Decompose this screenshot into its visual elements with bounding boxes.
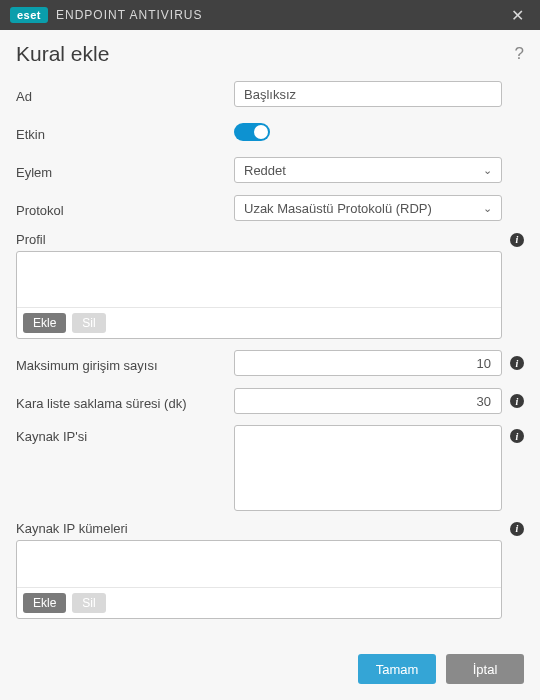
info-icon[interactable]: i xyxy=(510,356,524,370)
ipsets-remove-button: Sil xyxy=(72,593,105,613)
label-source-ip-sets: Kaynak IP kümeleri xyxy=(16,521,128,536)
form: Ad Etkin Eylem Reddet ⌄ xyxy=(16,80,524,634)
profile-add-button[interactable]: Ekle xyxy=(23,313,66,333)
ipsets-add-button[interactable]: Ekle xyxy=(23,593,66,613)
label-profile: Profil xyxy=(16,232,46,247)
chevron-down-icon: ⌄ xyxy=(483,164,492,177)
chevron-down-icon: ⌄ xyxy=(483,202,492,215)
enabled-toggle[interactable] xyxy=(234,123,270,141)
name-input[interactable] xyxy=(234,81,502,107)
label-action: Eylem xyxy=(16,161,234,180)
dialog-content: Kural ekle ? Ad Etkin Eylem xyxy=(0,30,540,700)
action-select-value: Reddet xyxy=(244,163,286,178)
dialog-footer: Tamam İptal xyxy=(16,634,524,684)
info-icon[interactable]: i xyxy=(510,394,524,408)
page-title: Kural ekle xyxy=(16,42,109,66)
toggle-knob xyxy=(254,125,268,139)
protocol-select-value: Uzak Masaüstü Protokolü (RDP) xyxy=(244,201,432,216)
profile-remove-button: Sil xyxy=(72,313,105,333)
info-icon[interactable]: i xyxy=(510,429,524,443)
max-attempts-input[interactable] xyxy=(234,350,502,376)
source-ip-textarea[interactable] xyxy=(234,425,502,511)
ok-button[interactable]: Tamam xyxy=(358,654,436,684)
info-icon[interactable]: i xyxy=(510,522,524,536)
source-ip-sets-listbox[interactable]: Ekle Sil xyxy=(16,540,502,619)
cancel-button[interactable]: İptal xyxy=(446,654,524,684)
label-name: Ad xyxy=(16,85,234,104)
label-protocol: Protokol xyxy=(16,199,234,218)
label-source-ip: Kaynak IP'si xyxy=(16,425,234,444)
titlebar: eset ENDPOINT ANTIVIRUS ✕ xyxy=(0,0,540,30)
blacklist-retention-input[interactable] xyxy=(234,388,502,414)
label-blacklist-retention: Kara liste saklama süresi (dk) xyxy=(16,392,234,411)
protocol-select[interactable]: Uzak Masaüstü Protokolü (RDP) ⌄ xyxy=(234,195,502,221)
close-icon[interactable]: ✕ xyxy=(505,2,530,29)
profile-listbox[interactable]: Ekle Sil xyxy=(16,251,502,339)
brand-badge: eset xyxy=(10,7,48,23)
action-select[interactable]: Reddet ⌄ xyxy=(234,157,502,183)
label-enabled: Etkin xyxy=(16,123,234,142)
label-max-attempts: Maksimum girişim sayısı xyxy=(16,354,234,373)
brand-text: ENDPOINT ANTIVIRUS xyxy=(56,8,202,22)
info-icon[interactable]: i xyxy=(510,233,524,247)
help-icon[interactable]: ? xyxy=(515,44,524,64)
